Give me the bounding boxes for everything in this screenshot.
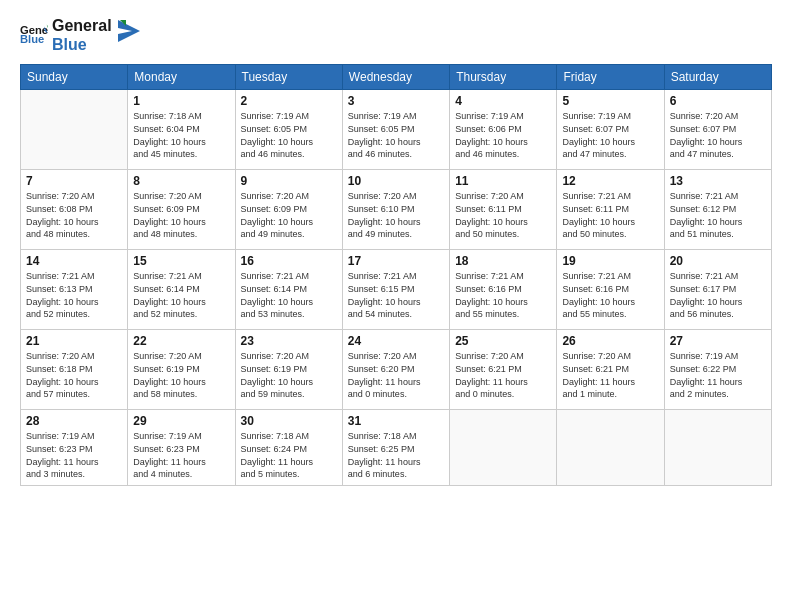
calendar-cell: 3Sunrise: 7:19 AM Sunset: 6:05 PM Daylig…	[342, 90, 449, 170]
day-info: Sunrise: 7:19 AM Sunset: 6:05 PM Dayligh…	[348, 110, 444, 160]
calendar-cell	[664, 410, 771, 485]
calendar-cell: 26Sunrise: 7:20 AM Sunset: 6:21 PM Dayli…	[557, 330, 664, 410]
calendar-cell: 12Sunrise: 7:21 AM Sunset: 6:11 PM Dayli…	[557, 170, 664, 250]
calendar-cell: 20Sunrise: 7:21 AM Sunset: 6:17 PM Dayli…	[664, 250, 771, 330]
calendar-week-row: 7Sunrise: 7:20 AM Sunset: 6:08 PM Daylig…	[21, 170, 772, 250]
day-number: 29	[133, 414, 229, 428]
day-number: 27	[670, 334, 766, 348]
day-info: Sunrise: 7:18 AM Sunset: 6:04 PM Dayligh…	[133, 110, 229, 160]
logo-general: General	[52, 16, 112, 35]
day-number: 3	[348, 94, 444, 108]
day-number: 20	[670, 254, 766, 268]
calendar-cell: 23Sunrise: 7:20 AM Sunset: 6:19 PM Dayli…	[235, 330, 342, 410]
day-info: Sunrise: 7:21 AM Sunset: 6:14 PM Dayligh…	[133, 270, 229, 320]
calendar-cell: 8Sunrise: 7:20 AM Sunset: 6:09 PM Daylig…	[128, 170, 235, 250]
calendar-cell	[450, 410, 557, 485]
day-number: 22	[133, 334, 229, 348]
logo-blue: Blue	[52, 35, 112, 54]
svg-marker-4	[118, 20, 140, 42]
day-number: 11	[455, 174, 551, 188]
calendar-cell: 19Sunrise: 7:21 AM Sunset: 6:16 PM Dayli…	[557, 250, 664, 330]
day-info: Sunrise: 7:19 AM Sunset: 6:05 PM Dayligh…	[241, 110, 337, 160]
day-info: Sunrise: 7:20 AM Sunset: 6:11 PM Dayligh…	[455, 190, 551, 240]
day-number: 25	[455, 334, 551, 348]
day-info: Sunrise: 7:18 AM Sunset: 6:25 PM Dayligh…	[348, 430, 444, 480]
day-number: 31	[348, 414, 444, 428]
day-number: 17	[348, 254, 444, 268]
day-info: Sunrise: 7:20 AM Sunset: 6:07 PM Dayligh…	[670, 110, 766, 160]
logo-arrow-icon	[118, 20, 140, 42]
calendar-cell: 7Sunrise: 7:20 AM Sunset: 6:08 PM Daylig…	[21, 170, 128, 250]
day-info: Sunrise: 7:19 AM Sunset: 6:06 PM Dayligh…	[455, 110, 551, 160]
calendar-week-row: 21Sunrise: 7:20 AM Sunset: 6:18 PM Dayli…	[21, 330, 772, 410]
calendar-cell: 16Sunrise: 7:21 AM Sunset: 6:14 PM Dayli…	[235, 250, 342, 330]
day-info: Sunrise: 7:20 AM Sunset: 6:19 PM Dayligh…	[133, 350, 229, 400]
calendar-cell: 10Sunrise: 7:20 AM Sunset: 6:10 PM Dayli…	[342, 170, 449, 250]
day-number: 26	[562, 334, 658, 348]
calendar-cell: 1Sunrise: 7:18 AM Sunset: 6:04 PM Daylig…	[128, 90, 235, 170]
calendar-cell: 27Sunrise: 7:19 AM Sunset: 6:22 PM Dayli…	[664, 330, 771, 410]
day-number: 13	[670, 174, 766, 188]
calendar-cell: 4Sunrise: 7:19 AM Sunset: 6:06 PM Daylig…	[450, 90, 557, 170]
day-number: 15	[133, 254, 229, 268]
calendar-cell: 15Sunrise: 7:21 AM Sunset: 6:14 PM Dayli…	[128, 250, 235, 330]
calendar-cell: 13Sunrise: 7:21 AM Sunset: 6:12 PM Dayli…	[664, 170, 771, 250]
header: General Blue General Blue	[20, 16, 772, 54]
calendar-cell: 22Sunrise: 7:20 AM Sunset: 6:19 PM Dayli…	[128, 330, 235, 410]
calendar-cell: 18Sunrise: 7:21 AM Sunset: 6:16 PM Dayli…	[450, 250, 557, 330]
day-info: Sunrise: 7:21 AM Sunset: 6:11 PM Dayligh…	[562, 190, 658, 240]
calendar-week-row: 28Sunrise: 7:19 AM Sunset: 6:23 PM Dayli…	[21, 410, 772, 485]
day-info: Sunrise: 7:20 AM Sunset: 6:08 PM Dayligh…	[26, 190, 122, 240]
weekday-header: Sunday	[21, 65, 128, 90]
weekday-header: Monday	[128, 65, 235, 90]
calendar-cell: 24Sunrise: 7:20 AM Sunset: 6:20 PM Dayli…	[342, 330, 449, 410]
calendar-cell: 14Sunrise: 7:21 AM Sunset: 6:13 PM Dayli…	[21, 250, 128, 330]
calendar-table: SundayMondayTuesdayWednesdayThursdayFrid…	[20, 64, 772, 485]
day-info: Sunrise: 7:21 AM Sunset: 6:12 PM Dayligh…	[670, 190, 766, 240]
calendar-cell: 31Sunrise: 7:18 AM Sunset: 6:25 PM Dayli…	[342, 410, 449, 485]
day-number: 10	[348, 174, 444, 188]
day-number: 18	[455, 254, 551, 268]
day-info: Sunrise: 7:21 AM Sunset: 6:15 PM Dayligh…	[348, 270, 444, 320]
calendar-cell: 2Sunrise: 7:19 AM Sunset: 6:05 PM Daylig…	[235, 90, 342, 170]
day-number: 28	[26, 414, 122, 428]
day-number: 8	[133, 174, 229, 188]
day-number: 12	[562, 174, 658, 188]
calendar-cell: 28Sunrise: 7:19 AM Sunset: 6:23 PM Dayli…	[21, 410, 128, 485]
weekday-header: Friday	[557, 65, 664, 90]
day-number: 1	[133, 94, 229, 108]
day-info: Sunrise: 7:20 AM Sunset: 6:18 PM Dayligh…	[26, 350, 122, 400]
day-number: 5	[562, 94, 658, 108]
day-info: Sunrise: 7:20 AM Sunset: 6:21 PM Dayligh…	[562, 350, 658, 400]
day-info: Sunrise: 7:20 AM Sunset: 6:09 PM Dayligh…	[241, 190, 337, 240]
day-number: 4	[455, 94, 551, 108]
calendar-body: 1Sunrise: 7:18 AM Sunset: 6:04 PM Daylig…	[21, 90, 772, 485]
day-info: Sunrise: 7:21 AM Sunset: 6:17 PM Dayligh…	[670, 270, 766, 320]
day-number: 9	[241, 174, 337, 188]
day-info: Sunrise: 7:21 AM Sunset: 6:14 PM Dayligh…	[241, 270, 337, 320]
day-number: 30	[241, 414, 337, 428]
weekday-header: Saturday	[664, 65, 771, 90]
calendar-page: General Blue General Blue SundayMondayTu…	[0, 0, 792, 612]
day-info: Sunrise: 7:21 AM Sunset: 6:16 PM Dayligh…	[455, 270, 551, 320]
day-info: Sunrise: 7:19 AM Sunset: 6:23 PM Dayligh…	[26, 430, 122, 480]
day-info: Sunrise: 7:19 AM Sunset: 6:23 PM Dayligh…	[133, 430, 229, 480]
day-info: Sunrise: 7:20 AM Sunset: 6:10 PM Dayligh…	[348, 190, 444, 240]
calendar-cell: 21Sunrise: 7:20 AM Sunset: 6:18 PM Dayli…	[21, 330, 128, 410]
calendar-cell: 5Sunrise: 7:19 AM Sunset: 6:07 PM Daylig…	[557, 90, 664, 170]
calendar-cell	[557, 410, 664, 485]
day-number: 6	[670, 94, 766, 108]
day-number: 23	[241, 334, 337, 348]
day-info: Sunrise: 7:21 AM Sunset: 6:13 PM Dayligh…	[26, 270, 122, 320]
svg-text:Blue: Blue	[20, 34, 44, 46]
calendar-week-row: 1Sunrise: 7:18 AM Sunset: 6:04 PM Daylig…	[21, 90, 772, 170]
calendar-header-row: SundayMondayTuesdayWednesdayThursdayFrid…	[21, 65, 772, 90]
calendar-cell: 25Sunrise: 7:20 AM Sunset: 6:21 PM Dayli…	[450, 330, 557, 410]
calendar-cell: 29Sunrise: 7:19 AM Sunset: 6:23 PM Dayli…	[128, 410, 235, 485]
calendar-cell: 11Sunrise: 7:20 AM Sunset: 6:11 PM Dayli…	[450, 170, 557, 250]
day-info: Sunrise: 7:21 AM Sunset: 6:16 PM Dayligh…	[562, 270, 658, 320]
calendar-cell: 9Sunrise: 7:20 AM Sunset: 6:09 PM Daylig…	[235, 170, 342, 250]
calendar-week-row: 14Sunrise: 7:21 AM Sunset: 6:13 PM Dayli…	[21, 250, 772, 330]
calendar-cell: 17Sunrise: 7:21 AM Sunset: 6:15 PM Dayli…	[342, 250, 449, 330]
day-number: 2	[241, 94, 337, 108]
